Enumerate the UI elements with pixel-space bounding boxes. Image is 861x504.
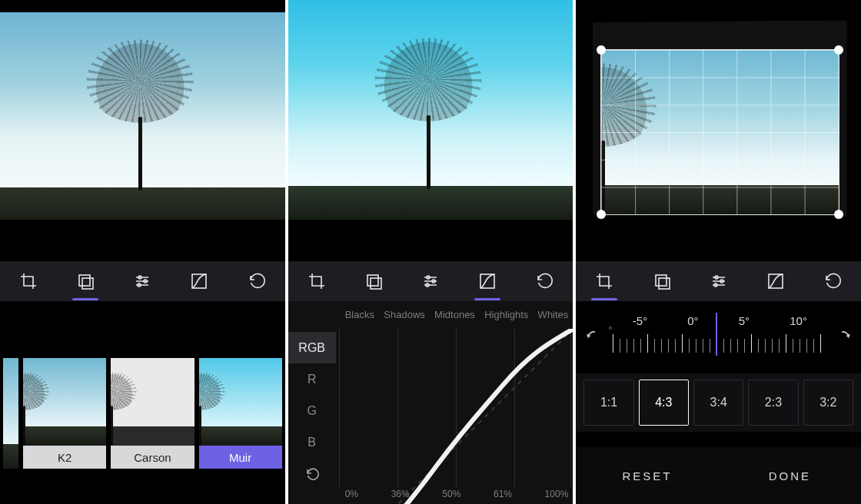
tool-tabs [0,261,285,301]
tone-zones: Blacks Shadows Midtones Highlights White… [345,309,569,327]
channel-b[interactable]: B [288,427,336,459]
filter-label: Muir [199,446,282,469]
ratio-option[interactable]: 4:3 [639,380,689,426]
crop-grid [601,50,839,214]
curves-tab[interactable] [181,263,217,300]
curves-tab[interactable] [758,263,793,300]
zone-label: Whites [538,309,569,327]
channel-g[interactable]: G [288,395,336,426]
filter-label: Carson [111,446,194,469]
history-tab[interactable] [527,263,562,300]
pct-label: 61% [494,489,512,502]
svg-rect-14 [659,278,670,289]
curves-panel: RGB R G B Blacks Shadows Midtones Highli… [288,301,573,504]
ratio-option[interactable]: 2:3 [748,380,798,426]
angle-label: 5° [739,314,750,327]
filter-strip[interactable]: K2 Carson Muir [0,323,285,504]
filter-label: K2 [23,446,106,469]
crop-box[interactable] [600,49,839,215]
image-preview [0,12,285,220]
straighten-slider[interactable]: ° -5° 0° 5° 10° [576,309,861,364]
adjust-tab[interactable] [413,263,448,300]
curve-reset-button[interactable] [288,459,336,490]
adjust-tab[interactable] [125,263,160,300]
angle-ruler[interactable]: -5° 0° 5° 10° [613,314,827,359]
filter-thumb-muir[interactable]: Muir [199,358,282,469]
adjust-tab[interactable] [701,263,736,300]
crop-handle[interactable] [834,210,843,219]
redo-arrow-icon[interactable] [827,328,861,345]
channel-rgb[interactable]: RGB [288,332,336,363]
filters-tab[interactable] [68,263,103,300]
crop-tab[interactable] [11,263,46,300]
zone-label: Shadows [384,309,424,327]
crop-tab[interactable] [299,263,334,300]
channel-r[interactable]: R [288,363,336,395]
pct-label: 50% [442,489,460,502]
filters-tab[interactable] [356,263,391,300]
crop-tab[interactable] [587,263,622,300]
pct-label: 36% [391,489,410,502]
angle-label: 10° [790,314,807,327]
angle-needle[interactable] [716,313,717,356]
svg-rect-13 [656,275,667,286]
history-tab[interactable] [815,263,850,300]
done-button[interactable]: DONE [719,447,861,504]
ratio-option[interactable]: 1:1 [583,380,633,426]
channel-picker: RGB R G B [288,332,336,490]
screen-crop: ° -5° 0° 5° 10° 1:1 4:3 3:4 2:3 3:2 RESE… [573,0,861,504]
svg-rect-1 [82,278,93,289]
filter-thumb-k2[interactable]: K2 [23,358,106,469]
svg-line-12 [339,329,573,504]
undo-arrow-icon[interactable] [576,328,610,345]
angle-label: -5° [633,314,647,327]
ratio-option[interactable]: 3:2 [803,380,853,426]
zone-label: Midtones [434,309,475,327]
curves-tab[interactable] [470,263,505,300]
pct-label: 100% [545,489,569,502]
pct-label: 0% [345,489,358,502]
reset-button[interactable]: RESET [576,447,718,504]
screen-curves: RGB R G B Blacks Shadows Midtones Highli… [285,0,573,504]
ratio-option[interactable]: 3:4 [693,380,743,426]
percent-labels: 0% 36% 50% 61% 100% [345,489,569,502]
zone-label: Blacks [345,309,374,327]
tool-tabs [576,261,861,301]
crop-footer: RESET DONE [576,447,861,504]
zone-label: Highlights [484,309,528,327]
history-tab[interactable] [239,263,274,300]
crop-stage [576,12,861,243]
filters-tab[interactable] [644,263,680,300]
image-preview [288,0,573,220]
aspect-ratio-picker: 1:1 4:3 3:4 2:3 3:2 [576,373,861,432]
filter-thumb-carson[interactable]: Carson [111,358,194,469]
curve-graph[interactable] [339,329,573,487]
svg-rect-0 [79,275,90,286]
angle-label: 0° [687,314,698,327]
crop-handle[interactable] [597,210,606,219]
svg-rect-6 [367,275,378,286]
filter-thumb[interactable] [3,358,18,469]
screen-filters: K2 Carson Muir [0,0,285,504]
svg-rect-7 [371,278,381,289]
tool-tabs [288,261,573,301]
